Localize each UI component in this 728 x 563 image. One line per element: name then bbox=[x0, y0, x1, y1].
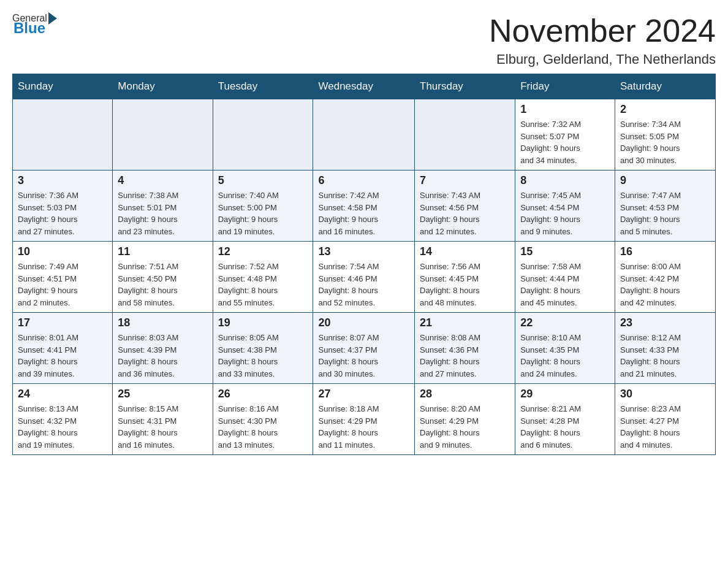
day-number: 24 bbox=[18, 388, 107, 400]
calendar-cell bbox=[113, 99, 213, 170]
calendar-cell: 20Sunrise: 8:07 AM Sunset: 4:37 PM Dayli… bbox=[313, 313, 415, 384]
day-info: Sunrise: 7:54 AM Sunset: 4:46 PM Dayligh… bbox=[318, 261, 409, 308]
weekday-header-monday: Monday bbox=[113, 74, 213, 99]
calendar-cell: 24Sunrise: 8:13 AM Sunset: 4:32 PM Dayli… bbox=[13, 384, 113, 455]
day-number: 15 bbox=[520, 245, 610, 258]
calendar-week-row: 10Sunrise: 7:49 AM Sunset: 4:51 PM Dayli… bbox=[13, 242, 716, 313]
calendar-week-row: 24Sunrise: 8:13 AM Sunset: 4:32 PM Dayli… bbox=[13, 384, 716, 455]
day-info: Sunrise: 8:20 AM Sunset: 4:29 PM Dayligh… bbox=[420, 403, 510, 451]
calendar-cell: 5Sunrise: 7:40 AM Sunset: 5:00 PM Daylig… bbox=[213, 170, 313, 242]
calendar-week-row: 3Sunrise: 7:36 AM Sunset: 5:03 PM Daylig… bbox=[13, 170, 716, 242]
day-info: Sunrise: 8:18 AM Sunset: 4:29 PM Dayligh… bbox=[318, 403, 409, 451]
calendar-cell: 8Sunrise: 7:45 AM Sunset: 4:54 PM Daylig… bbox=[515, 170, 615, 242]
day-number: 19 bbox=[218, 316, 308, 329]
day-number: 25 bbox=[118, 388, 207, 400]
weekday-header-sunday: Sunday bbox=[13, 74, 113, 99]
day-number: 23 bbox=[620, 316, 710, 329]
day-number: 26 bbox=[218, 388, 308, 400]
day-info: Sunrise: 8:08 AM Sunset: 4:36 PM Dayligh… bbox=[420, 332, 510, 380]
day-info: Sunrise: 8:03 AM Sunset: 4:39 PM Dayligh… bbox=[118, 332, 207, 380]
calendar-cell bbox=[415, 99, 515, 170]
calendar-cell: 26Sunrise: 8:16 AM Sunset: 4:30 PM Dayli… bbox=[213, 384, 313, 455]
day-info: Sunrise: 7:42 AM Sunset: 4:58 PM Dayligh… bbox=[318, 190, 409, 237]
calendar-header-row: SundayMondayTuesdayWednesdayThursdayFrid… bbox=[13, 74, 716, 99]
day-number: 27 bbox=[318, 388, 409, 400]
day-number: 1 bbox=[520, 103, 610, 116]
day-number: 11 bbox=[118, 245, 207, 258]
day-number: 5 bbox=[218, 174, 308, 187]
calendar-week-row: 1Sunrise: 7:32 AM Sunset: 5:07 PM Daylig… bbox=[13, 99, 716, 170]
day-info: Sunrise: 8:16 AM Sunset: 4:30 PM Dayligh… bbox=[218, 403, 308, 451]
day-info: Sunrise: 7:52 AM Sunset: 4:48 PM Dayligh… bbox=[218, 261, 308, 308]
calendar-cell: 3Sunrise: 7:36 AM Sunset: 5:03 PM Daylig… bbox=[13, 170, 113, 242]
calendar-cell: 13Sunrise: 7:54 AM Sunset: 4:46 PM Dayli… bbox=[313, 242, 415, 313]
calendar-cell: 15Sunrise: 7:58 AM Sunset: 4:44 PM Dayli… bbox=[515, 242, 615, 313]
day-number: 20 bbox=[318, 316, 409, 329]
day-info: Sunrise: 7:51 AM Sunset: 4:50 PM Dayligh… bbox=[118, 261, 207, 308]
day-number: 8 bbox=[520, 174, 610, 187]
weekday-header-wednesday: Wednesday bbox=[313, 74, 415, 99]
day-number: 14 bbox=[420, 245, 510, 258]
day-info: Sunrise: 7:40 AM Sunset: 5:00 PM Dayligh… bbox=[218, 190, 308, 237]
weekday-header-tuesday: Tuesday bbox=[213, 74, 313, 99]
day-info: Sunrise: 7:36 AM Sunset: 5:03 PM Dayligh… bbox=[18, 190, 107, 237]
calendar-cell: 10Sunrise: 7:49 AM Sunset: 4:51 PM Dayli… bbox=[13, 242, 113, 313]
day-number: 22 bbox=[520, 316, 610, 329]
day-number: 21 bbox=[420, 316, 510, 329]
day-info: Sunrise: 7:32 AM Sunset: 5:07 PM Dayligh… bbox=[520, 118, 610, 166]
calendar-cell bbox=[313, 99, 415, 170]
calendar-cell: 23Sunrise: 8:12 AM Sunset: 4:33 PM Dayli… bbox=[615, 313, 715, 384]
weekday-header-friday: Friday bbox=[515, 74, 615, 99]
calendar-cell: 22Sunrise: 8:10 AM Sunset: 4:35 PM Dayli… bbox=[515, 313, 615, 384]
day-number: 4 bbox=[118, 174, 207, 187]
calendar-cell: 30Sunrise: 8:23 AM Sunset: 4:27 PM Dayli… bbox=[615, 384, 715, 455]
day-info: Sunrise: 8:07 AM Sunset: 4:37 PM Dayligh… bbox=[318, 332, 409, 380]
calendar-cell: 2Sunrise: 7:34 AM Sunset: 5:05 PM Daylig… bbox=[615, 99, 715, 170]
calendar-cell: 21Sunrise: 8:08 AM Sunset: 4:36 PM Dayli… bbox=[415, 313, 515, 384]
day-number: 3 bbox=[18, 174, 107, 187]
day-number: 30 bbox=[620, 388, 710, 400]
day-info: Sunrise: 7:45 AM Sunset: 4:54 PM Dayligh… bbox=[520, 190, 610, 237]
day-number: 12 bbox=[218, 245, 308, 258]
day-number: 6 bbox=[318, 174, 409, 187]
calendar-cell: 14Sunrise: 7:56 AM Sunset: 4:45 PM Dayli… bbox=[415, 242, 515, 313]
day-info: Sunrise: 8:23 AM Sunset: 4:27 PM Dayligh… bbox=[620, 403, 710, 451]
day-number: 2 bbox=[620, 103, 710, 116]
day-info: Sunrise: 8:00 AM Sunset: 4:42 PM Dayligh… bbox=[620, 261, 710, 308]
day-number: 7 bbox=[420, 174, 510, 187]
calendar-cell: 1Sunrise: 7:32 AM Sunset: 5:07 PM Daylig… bbox=[515, 99, 615, 170]
calendar-cell: 4Sunrise: 7:38 AM Sunset: 5:01 PM Daylig… bbox=[113, 170, 213, 242]
day-info: Sunrise: 7:47 AM Sunset: 4:53 PM Dayligh… bbox=[620, 190, 710, 237]
calendar-cell: 6Sunrise: 7:42 AM Sunset: 4:58 PM Daylig… bbox=[313, 170, 415, 242]
day-info: Sunrise: 7:34 AM Sunset: 5:05 PM Dayligh… bbox=[620, 118, 710, 166]
day-info: Sunrise: 7:49 AM Sunset: 4:51 PM Dayligh… bbox=[18, 261, 107, 308]
logo-blue-text: Blue bbox=[13, 20, 45, 37]
day-number: 28 bbox=[420, 388, 510, 400]
day-number: 13 bbox=[318, 245, 409, 258]
weekday-header-thursday: Thursday bbox=[415, 74, 515, 99]
page-header: General Blue November 2024 Elburg, Gelde… bbox=[12, 12, 716, 67]
calendar-table: SundayMondayTuesdayWednesdayThursdayFrid… bbox=[12, 74, 716, 455]
logo: General Blue bbox=[12, 12, 58, 37]
calendar-cell bbox=[213, 99, 313, 170]
day-info: Sunrise: 7:43 AM Sunset: 4:56 PM Dayligh… bbox=[420, 190, 510, 237]
calendar-cell: 12Sunrise: 7:52 AM Sunset: 4:48 PM Dayli… bbox=[213, 242, 313, 313]
day-number: 16 bbox=[620, 245, 710, 258]
calendar-cell: 29Sunrise: 8:21 AM Sunset: 4:28 PM Dayli… bbox=[515, 384, 615, 455]
calendar-cell: 16Sunrise: 8:00 AM Sunset: 4:42 PM Dayli… bbox=[615, 242, 715, 313]
weekday-header-saturday: Saturday bbox=[615, 74, 715, 99]
calendar-week-row: 17Sunrise: 8:01 AM Sunset: 4:41 PM Dayli… bbox=[13, 313, 716, 384]
day-number: 18 bbox=[118, 316, 207, 329]
calendar-cell: 28Sunrise: 8:20 AM Sunset: 4:29 PM Dayli… bbox=[415, 384, 515, 455]
calendar-cell: 9Sunrise: 7:47 AM Sunset: 4:53 PM Daylig… bbox=[615, 170, 715, 242]
calendar-cell: 11Sunrise: 7:51 AM Sunset: 4:50 PM Dayli… bbox=[113, 242, 213, 313]
day-number: 10 bbox=[18, 245, 107, 258]
location-text: Elburg, Gelderland, The Netherlands bbox=[489, 52, 716, 67]
day-number: 9 bbox=[620, 174, 710, 187]
calendar-cell: 27Sunrise: 8:18 AM Sunset: 4:29 PM Dayli… bbox=[313, 384, 415, 455]
logo-arrow-icon bbox=[48, 12, 57, 25]
calendar-cell: 25Sunrise: 8:15 AM Sunset: 4:31 PM Dayli… bbox=[113, 384, 213, 455]
day-info: Sunrise: 8:05 AM Sunset: 4:38 PM Dayligh… bbox=[218, 332, 308, 380]
day-info: Sunrise: 8:21 AM Sunset: 4:28 PM Dayligh… bbox=[520, 403, 610, 451]
day-info: Sunrise: 7:58 AM Sunset: 4:44 PM Dayligh… bbox=[520, 261, 610, 308]
